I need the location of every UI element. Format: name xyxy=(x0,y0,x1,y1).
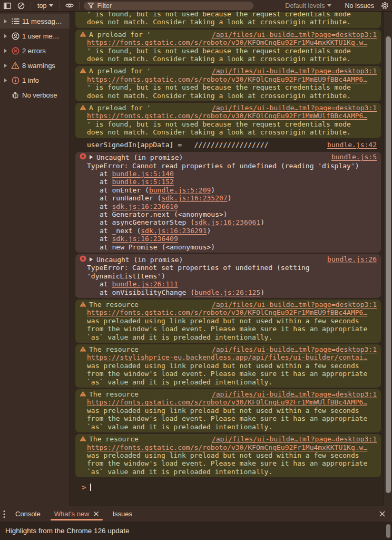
console-line-text: The resource xyxy=(80,390,139,398)
drawer-tab-bar: ConsoleWhat's newIssues xyxy=(0,506,392,522)
console-text: at xyxy=(100,280,112,288)
console-link[interactable]: bundle.js:5:209 xyxy=(149,186,211,194)
source-location-link[interactable]: /api/files/ui-builde…tml?page=desktop3:1 xyxy=(212,31,377,38)
console-text: Uncaught (in promise) xyxy=(96,153,183,161)
source-location-link[interactable]: /api/files/ui-builde…tml?page=desktop3:1 xyxy=(212,435,377,443)
console-link[interactable]: https://fonts.gstatic.com/s/roboto/v30/K… xyxy=(87,38,367,46)
console-line: https://fonts.gstatic.com/s/roboto/v30/K… xyxy=(80,308,377,316)
console-link[interactable]: bundle.js:5:152 xyxy=(112,178,173,186)
toggle-sidebar-icon[interactable] xyxy=(2,1,13,11)
console-line: https://fonts.gstatic.com/s/roboto/v30/K… xyxy=(80,112,377,120)
context-selector-label: top xyxy=(37,2,46,9)
sidebar-item-label: 1 user me… xyxy=(22,32,68,40)
filter-input[interactable] xyxy=(97,2,249,9)
console-link[interactable]: https://fonts.gstatic.com/s/roboto/v30/K… xyxy=(87,443,367,451)
sidebar-item-messages[interactable]: 11 messag… xyxy=(0,14,70,28)
console-text: `as` value and it is preloaded intention… xyxy=(87,423,272,431)
console-link[interactable]: sdk.js:16:236610 xyxy=(112,202,178,210)
disclosure-triangle-icon xyxy=(2,19,8,24)
console-line: ' is found, but is not used because the … xyxy=(80,47,377,55)
sidebar-item-warnings[interactable]: 8 warnings xyxy=(0,58,70,73)
console-link[interactable]: bundle.js:26:125 xyxy=(194,288,260,296)
console-line: from the window's load event. Please mak… xyxy=(80,370,377,378)
sidebar-item-label: No verbose xyxy=(22,91,68,99)
filter-box[interactable] xyxy=(84,2,253,10)
prompt-chevron-icon: > xyxy=(82,483,86,491)
sidebar-item-errors[interactable]: 2 errors xyxy=(0,43,70,58)
console-line: at asyncGeneratorStep (sdk.js:16:236061) xyxy=(80,218,377,226)
console-link[interactable]: https://fonts.gstatic.com/s/roboto/v30/K… xyxy=(87,398,367,406)
drawer-close-icon[interactable] xyxy=(376,506,389,522)
console-line: at onVisibilityChange (bundle.js:26:125) xyxy=(80,288,377,296)
console-line: Uncaught (in promise)bundle.js:26 xyxy=(80,255,377,264)
source-location-link[interactable]: /api/files/ui-builde…tml?page=desktop3:1 xyxy=(212,301,377,308)
warning-triangle-icon xyxy=(80,436,86,441)
tab-close-icon[interactable] xyxy=(93,511,99,517)
toolbar-separator xyxy=(338,2,338,9)
console-link[interactable]: https://fonts.gstatic.com/s/roboto/v30/K… xyxy=(87,308,367,316)
clear-console-icon[interactable] xyxy=(16,1,26,11)
console-line: 'dynamicListItems') xyxy=(80,272,377,280)
console-link[interactable]: https://stylishprice-eu.backendless.app/… xyxy=(87,353,367,361)
text-cursor xyxy=(90,484,91,491)
console-line: ' is found, but is not used because the … xyxy=(80,120,377,128)
console-line: at bundle.js:5:140 xyxy=(80,170,377,178)
console-text: was preloaded using link preload but not… xyxy=(87,317,359,325)
sidebar-item-user-messages[interactable]: 1 user me… xyxy=(0,28,70,43)
sidebar-item-verbose[interactable]: No verbose xyxy=(0,88,70,102)
console-line: https://fonts.gstatic.com/s/roboto/v30/K… xyxy=(80,38,377,46)
source-location-link[interactable]: bundle.js:5 xyxy=(331,153,377,161)
source-location-link[interactable]: /api/files/ui-builde…tml?page=desktop3:1 xyxy=(212,390,377,398)
console-link[interactable]: bundle.js:26:111 xyxy=(112,280,178,288)
console-line: https://fonts.gstatic.com/s/roboto/v30/K… xyxy=(80,398,377,406)
source-location-link[interactable]: bundle.js:26 xyxy=(327,255,377,264)
console-text: at xyxy=(100,235,112,243)
console-line: A preload for '/api/files/ui-builde…tml?… xyxy=(80,104,377,112)
source-location-link[interactable]: /api/files/ui-builde…tml?page=desktop3:1 xyxy=(212,104,377,112)
console-link[interactable]: sdk.js:16:236409 xyxy=(112,235,178,243)
console-line: A preload for '/api/files/ui-builde…tml?… xyxy=(80,31,377,38)
console-line-text: A preload for ' xyxy=(80,104,151,112)
console-message-error: Uncaught (in promise)bundle.js:26TypeErr… xyxy=(75,254,381,298)
console-link[interactable]: sdk.js:16:236061 xyxy=(194,218,260,226)
console-link[interactable]: bundle.js:5:140 xyxy=(112,170,173,178)
settings-gear-icon[interactable] xyxy=(379,1,390,11)
drawer-scrollbar-thumb[interactable] xyxy=(386,524,390,538)
drawer-menu-icon[interactable] xyxy=(0,506,8,522)
expand-triangle-icon[interactable] xyxy=(89,155,93,160)
console-link[interactable]: https://fonts.gstatic.com/s/roboto/v30/K… xyxy=(87,112,367,120)
toolbar-separator xyxy=(31,2,31,9)
console-line: The resource/api/files/ui-builde…tml?pag… xyxy=(80,435,377,443)
source-location-link[interactable]: /api/files/ui-builde…tml?page=desktop3:1 xyxy=(212,67,377,75)
issues-counter[interactable]: No Issues xyxy=(342,2,376,9)
tab-console[interactable]: Console xyxy=(8,506,47,522)
console-link[interactable]: https://fonts.gstatic.com/s/roboto/v30/K… xyxy=(87,75,367,83)
scrollbar-thumb[interactable] xyxy=(386,36,391,493)
console-link[interactable]: sdk.js:16:235207 xyxy=(161,194,227,202)
console-text: from the window's load event. Please mak… xyxy=(87,459,367,467)
sidebar-item-info[interactable]: 1 info xyxy=(0,73,70,88)
tab-issues[interactable]: Issues xyxy=(106,506,140,522)
console-link[interactable]: sdk.js:16:236291 xyxy=(141,227,207,235)
log-levels-dropdown[interactable]: Default levels xyxy=(283,2,334,9)
console-line: ' is found, but is not used because the … xyxy=(80,83,377,91)
source-location-link[interactable]: /api/files/ui-builde…tml?page=desktop3:1 xyxy=(212,345,377,353)
drawer-tabs: ConsoleWhat's newIssues xyxy=(8,506,139,522)
live-expression-eye-icon[interactable] xyxy=(64,1,75,11)
console-text: `as` value and it is preloaded intention… xyxy=(87,378,272,386)
warning-triangle-icon xyxy=(80,346,86,352)
context-selector-dropdown[interactable]: top xyxy=(35,2,55,9)
source-location-link[interactable]: bundle.js:42 xyxy=(327,141,377,149)
tab-whats-new[interactable]: What's new xyxy=(47,506,106,522)
sidebar-item-label: 11 messag… xyxy=(22,17,68,25)
console-line: TypeError: Cannot set properties of unde… xyxy=(80,264,377,272)
console-text: The resource xyxy=(89,301,139,308)
console-text: ) xyxy=(228,194,232,202)
console-text: TypeError: Cannot set properties of unde… xyxy=(87,264,310,272)
console-line: at bundle.js:26:111 xyxy=(80,280,377,288)
chevron-down-icon xyxy=(327,4,331,7)
console-text: The resource xyxy=(89,390,139,398)
console-text: 'dynamicListItems') xyxy=(87,272,165,280)
expand-triangle-icon[interactable] xyxy=(89,257,93,262)
console-prompt[interactable]: > xyxy=(75,479,381,493)
